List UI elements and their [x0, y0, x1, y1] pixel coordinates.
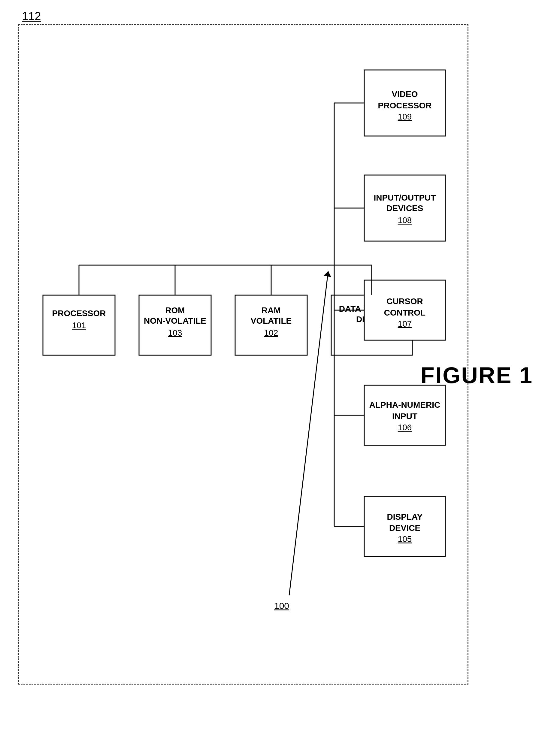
svg-text:ALPHA-NUMERIC: ALPHA-NUMERIC: [369, 400, 440, 409]
svg-text:INPUT: INPUT: [392, 412, 417, 421]
svg-text:CURSOR: CURSOR: [386, 297, 423, 306]
svg-text:VIDEO: VIDEO: [392, 89, 418, 99]
svg-text:INPUT/OUTPUT: INPUT/OUTPUT: [374, 193, 436, 202]
diagram-svg: PROCESSOR 101 ROM NON-VOLATILE 103 RAM V…: [19, 25, 469, 686]
svg-text:105: 105: [398, 534, 412, 544]
svg-text:VOLATILE: VOLATILE: [251, 316, 292, 325]
diagram-border: 112 PROCESSOR 101 ROM NON-VOLATILE 103 R…: [18, 24, 468, 685]
svg-text:100: 100: [274, 601, 289, 611]
svg-text:DEVICES: DEVICES: [386, 204, 423, 213]
svg-text:CONTROL: CONTROL: [384, 308, 425, 317]
svg-text:101: 101: [72, 321, 86, 330]
svg-text:107: 107: [398, 319, 412, 328]
svg-text:102: 102: [264, 328, 278, 338]
svg-text:109: 109: [398, 112, 412, 121]
svg-text:RAM: RAM: [262, 306, 281, 315]
svg-text:PROCESSOR: PROCESSOR: [52, 309, 106, 318]
svg-text:103: 103: [168, 328, 182, 338]
svg-text:DEVICE: DEVICE: [389, 523, 420, 533]
svg-text:108: 108: [398, 216, 412, 225]
svg-text:ROM: ROM: [165, 306, 185, 315]
ref-112-label: 112: [22, 10, 41, 23]
svg-text:DISPLAY: DISPLAY: [387, 512, 423, 522]
svg-marker-64: [324, 271, 331, 277]
svg-text:PROCESSOR: PROCESSOR: [378, 101, 432, 110]
svg-text:NON-VOLATILE: NON-VOLATILE: [144, 316, 206, 325]
svg-text:106: 106: [398, 423, 412, 432]
